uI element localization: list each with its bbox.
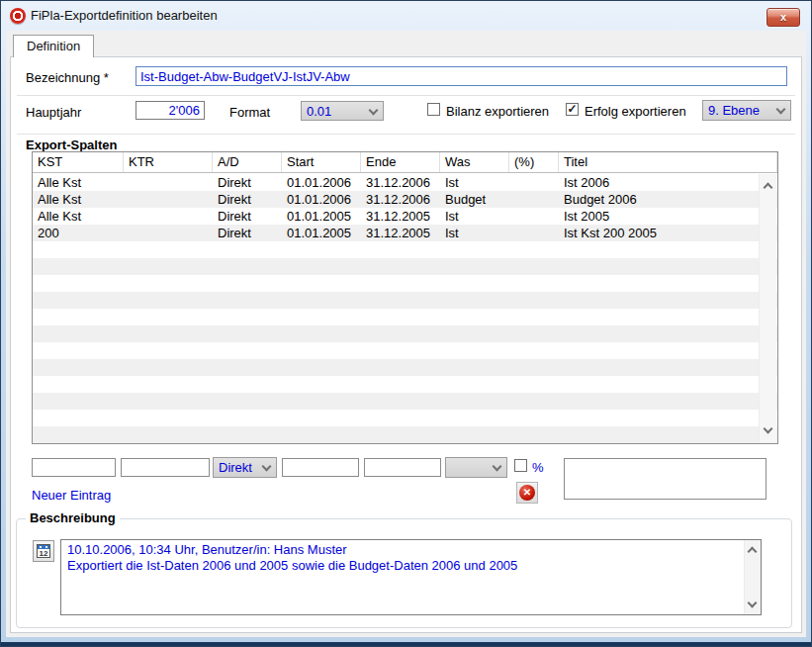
table-cell: Direkt (213, 174, 282, 191)
beschreibung-title: Beschreibung (26, 510, 120, 525)
app-icon (10, 8, 26, 24)
column-header[interactable]: Was (440, 152, 509, 172)
calendar-icon: 12 (37, 544, 50, 558)
table-cell: Direkt (213, 225, 282, 241)
entry-ktr-input[interactable] (121, 458, 210, 477)
entry-percent-checkbox[interactable] (514, 459, 527, 472)
client-area: Definition Bezeichnung * Hauptjahr Forma… (6, 31, 806, 637)
table-row[interactable]: Alle KstDirekt01.01.200531.12.2005IstIst… (33, 208, 777, 225)
table-cell (509, 174, 559, 191)
format-select[interactable]: 0.01 (301, 101, 384, 121)
scroll-down-icon[interactable] (764, 424, 773, 434)
bilanz-checkbox-label: Bilanz exportieren (446, 104, 549, 119)
chevron-down-icon (493, 462, 502, 472)
hauptjahr-input[interactable] (135, 101, 205, 120)
entry-ad-select-value: Direkt (219, 460, 252, 475)
ebene-select-value: 9. Ebene (708, 103, 760, 118)
table-cell: Ist (440, 208, 509, 225)
column-header[interactable]: (%) (509, 152, 559, 172)
erfolg-checkbox-label: Erfolg exportieren (585, 104, 686, 119)
table-cell: Ist 2006 (559, 174, 777, 191)
column-header[interactable]: Start (282, 152, 361, 172)
table-cell: 31.12.2006 (361, 174, 440, 191)
close-button[interactable]: x (767, 8, 800, 27)
window-title: FiPla-Exportdefinition bearbeiten (31, 8, 218, 23)
column-header[interactable]: Titel (559, 152, 777, 172)
bilanz-checkbox[interactable] (427, 103, 440, 116)
table-cell: 01.01.2006 (282, 191, 361, 208)
calendar-button[interactable]: 12 (33, 540, 54, 562)
separator (17, 134, 795, 135)
entry-percent-label: % (532, 460, 544, 475)
table-cell: Budget 2006 (559, 191, 777, 208)
separator (17, 95, 795, 96)
table-cell: Direkt (213, 191, 282, 208)
entry-start-input[interactable] (282, 458, 359, 477)
column-header[interactable]: KTR (124, 152, 213, 172)
entry-ad-select[interactable]: Direkt (213, 457, 277, 478)
chevron-down-icon (262, 462, 272, 472)
neuer-eintrag-link[interactable]: Neuer Eintrag (32, 488, 111, 503)
entry-kst-input[interactable] (32, 458, 116, 477)
table-cell: 01.01.2005 (282, 208, 361, 225)
table-cell (509, 225, 559, 241)
table-cell (124, 225, 213, 241)
table-cell: 31.12.2005 (361, 225, 440, 241)
table-cell (124, 208, 213, 225)
export-table-body: Alle KstDirekt01.01.200631.12.2006IstIst… (33, 174, 777, 443)
hauptjahr-label: Hauptjahr (26, 105, 81, 120)
column-header[interactable]: A/D (213, 152, 282, 172)
export-table-header: KSTKTRA/DStartEndeWas(%)Titel (33, 152, 777, 173)
table-cell: Budget (440, 191, 509, 208)
erfolg-checkbox[interactable]: ✓ (566, 103, 579, 116)
table-cell: Ist (440, 225, 509, 241)
table-cell: 31.12.2005 (361, 208, 440, 225)
tab-page: Bezeichnung * Hauptjahr Format 0.01 Bila… (10, 56, 802, 633)
table-scrollbar[interactable] (759, 174, 776, 442)
table-cell: Ist (440, 174, 509, 191)
table-cell (124, 191, 213, 208)
table-cell: Direkt (213, 208, 282, 225)
table-cell: 31.12.2006 (361, 191, 440, 208)
dialog-window: FiPla-Exportdefinition bearbeiten x Defi… (0, 0, 812, 647)
table-cell: Alle Kst (33, 174, 124, 191)
beschreibung-textarea[interactable]: 10.10.2006, 10:34 Uhr, Benutzer/in: Hans… (60, 539, 762, 615)
table-cell (509, 208, 559, 225)
bezeichnung-input[interactable] (135, 66, 787, 86)
format-select-value: 0.01 (307, 104, 331, 119)
tab-definition[interactable]: Definition (13, 35, 94, 57)
delete-entry-button[interactable]: ✕ (516, 482, 538, 504)
table-cell: 01.01.2006 (282, 174, 361, 191)
column-header[interactable]: Ende (361, 152, 440, 172)
delete-icon: ✕ (519, 485, 535, 501)
table-cell: 200 (33, 225, 124, 241)
scroll-up-icon[interactable] (764, 183, 773, 193)
chevron-down-icon (776, 105, 786, 115)
table-row[interactable]: Alle KstDirekt01.01.200631.12.2006IstIst… (33, 174, 777, 191)
table-cell (509, 191, 559, 208)
title-bar[interactable]: FiPla-Exportdefinition bearbeiten x (1, 1, 811, 31)
entry-was-select[interactable] (445, 457, 507, 478)
scroll-up-icon[interactable] (748, 547, 758, 557)
export-table: KSTKTRA/DStartEndeWas(%)Titel Alle KstDi… (32, 151, 778, 444)
table-cell: 01.01.2005 (282, 225, 361, 241)
beschreibung-groupbox: Beschreibung 12 10.10.2006, 10:34 Uhr, B… (16, 518, 792, 628)
chevron-down-icon (369, 106, 379, 116)
table-row[interactable]: 200Direkt01.01.200531.12.2005IstIst Kst … (33, 225, 777, 241)
table-cell: Alle Kst (33, 208, 124, 225)
table-cell: Ist 2005 (559, 208, 777, 225)
export-spalten-title: Export-Spalten (26, 138, 117, 152)
table-row[interactable]: Alle KstDirekt01.01.200631.12.2006Budget… (33, 191, 777, 208)
format-label: Format (229, 105, 270, 120)
scroll-down-icon[interactable] (748, 599, 758, 608)
ebene-select[interactable]: 9. Ebene (702, 100, 791, 121)
table-cell: Alle Kst (33, 191, 124, 208)
beschreibung-scrollbar[interactable] (744, 540, 761, 614)
bezeichnung-label: Bezeichnung * (26, 70, 109, 85)
entry-ende-input[interactable] (364, 458, 441, 477)
entry-titel-textarea[interactable] (564, 458, 767, 500)
table-cell: Ist Kst 200 2005 (559, 225, 777, 241)
column-header[interactable]: KST (33, 152, 124, 172)
table-cell (124, 174, 213, 191)
